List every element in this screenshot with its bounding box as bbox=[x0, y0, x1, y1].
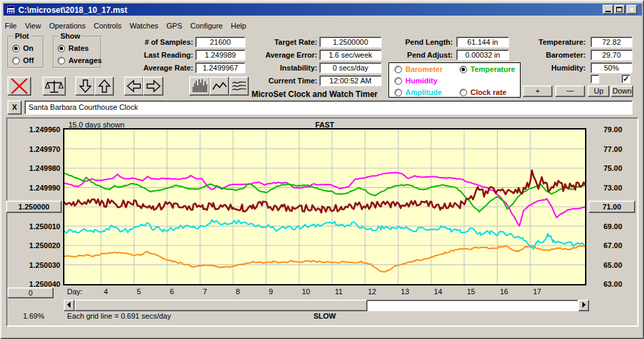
zero-button[interactable]: 0 bbox=[7, 287, 54, 298]
menu-item-configure[interactable]: Configure bbox=[190, 22, 223, 30]
pend-adjust-value: 0.00032 in bbox=[456, 49, 509, 60]
rate-axis-label: 1.250030 bbox=[3, 261, 60, 269]
day-tick-label: 6 bbox=[169, 287, 174, 296]
title-bar: C:\microset\2018_10_17.mst × bbox=[3, 3, 642, 16]
last-reading-value: 1.249989 bbox=[195, 49, 245, 60]
sensor-radio-humidity-label: Humidity bbox=[405, 77, 437, 85]
radio-plot-on-label: On bbox=[23, 44, 33, 52]
clear-description-button[interactable]: X bbox=[7, 100, 22, 115]
target-rate-label: Target Rate: bbox=[245, 38, 317, 46]
radio-show-rates[interactable] bbox=[58, 45, 65, 52]
show-group-label: Show bbox=[58, 32, 82, 40]
pend-length-value: 61.144 in bbox=[456, 37, 509, 47]
day-tick-label: 17 bbox=[533, 287, 541, 296]
radio-plot-off-label: Off bbox=[23, 56, 34, 64]
radio-plot-off[interactable] bbox=[12, 57, 20, 64]
temp-axis-label: 77.00 bbox=[590, 145, 635, 153]
humidity-label: Humidity: bbox=[516, 64, 586, 72]
scroll-right-button[interactable] bbox=[578, 300, 589, 311]
option-checkbox-2[interactable]: ✓ bbox=[622, 75, 630, 83]
radio-plot-on[interactable] bbox=[12, 45, 20, 52]
red-x-icon bbox=[9, 78, 30, 94]
day-tick-label: 10 bbox=[302, 287, 310, 296]
sensor-radio-barometer[interactable] bbox=[395, 66, 402, 73]
pend-adjust-label: Pend Adjust: bbox=[380, 51, 453, 59]
plot-group-label: Plot bbox=[13, 32, 31, 40]
histogram-icon bbox=[191, 78, 209, 94]
plus-button[interactable]: + bbox=[523, 85, 552, 97]
sensor-radio-clock-rate[interactable] bbox=[460, 89, 467, 96]
day-axis-title: Day: bbox=[67, 287, 83, 296]
app-window: C:\microset\2018_10_17.mst × FileViewOpe… bbox=[0, 0, 644, 339]
sensor-radio-barometer-label: Barometer bbox=[405, 65, 443, 73]
sensor-radio-amplitude-label: Amplitude bbox=[405, 88, 442, 96]
sensor-radio-clock-rate-label: Clock rate bbox=[470, 88, 506, 96]
app-name-label: MicroSet Clock and Watch Timer bbox=[251, 89, 378, 99]
menu-item-file[interactable]: File bbox=[5, 22, 17, 30]
radio-show-averages[interactable] bbox=[58, 57, 65, 64]
down-button[interactable]: Down bbox=[611, 85, 633, 97]
menu-item-operations[interactable]: Operations bbox=[49, 22, 85, 30]
minimize-button[interactable] bbox=[603, 5, 613, 14]
current-time-label: Current Time: bbox=[245, 77, 317, 85]
arrow-up-button[interactable] bbox=[94, 77, 114, 96]
rate-axis-highlight-button[interactable]: 1.250000 bbox=[6, 201, 62, 213]
arrow-down-button[interactable] bbox=[75, 77, 95, 96]
menu-item-controls[interactable]: Controls bbox=[94, 22, 121, 30]
day-tick-label: 11 bbox=[335, 287, 342, 296]
rates-view-button[interactable] bbox=[209, 77, 229, 96]
average-error-value: 1.6 sec/week bbox=[319, 49, 382, 60]
app-icon bbox=[6, 5, 16, 14]
arrow-left-button[interactable] bbox=[124, 77, 144, 96]
close-button[interactable]: × bbox=[626, 5, 637, 14]
sensor-radio-temperature-label: Temperature bbox=[470, 65, 515, 73]
series-barometer bbox=[64, 245, 585, 272]
temperature-value: 72.82 bbox=[590, 37, 632, 47]
up-arrow-icon bbox=[97, 78, 112, 94]
radio-show-rates-label: Rates bbox=[68, 44, 89, 52]
menu-item-help[interactable]: Help bbox=[231, 22, 247, 30]
barometer-value: 29.70 bbox=[590, 49, 632, 60]
day-tick-label: 9 bbox=[269, 287, 273, 296]
wavy-lines-icon bbox=[231, 78, 247, 94]
clear-plot-button[interactable] bbox=[7, 77, 31, 96]
temp-axis-label: 67.00 bbox=[590, 241, 635, 250]
minus-button[interactable]: — bbox=[555, 85, 585, 97]
arrow-right-button[interactable] bbox=[143, 77, 163, 96]
series-amplitude bbox=[64, 220, 585, 249]
maximize-button[interactable] bbox=[614, 5, 625, 14]
scroll-left-arrow-icon bbox=[65, 300, 73, 309]
humidity-value: 50% bbox=[590, 62, 632, 73]
sensor-radio-temperature[interactable] bbox=[460, 66, 467, 73]
scroll-left-button[interactable] bbox=[64, 300, 75, 311]
option-checkbox-1[interactable] bbox=[590, 75, 599, 83]
temp-axis-highlight-button[interactable]: 71.00 bbox=[588, 201, 635, 213]
menu-item-gps[interactable]: GPS bbox=[167, 22, 182, 30]
series-humidity bbox=[64, 173, 585, 226]
sensor-radio-humidity[interactable] bbox=[395, 77, 402, 85]
menu-item-view[interactable]: View bbox=[25, 22, 41, 30]
histogram-view-button[interactable] bbox=[189, 77, 210, 96]
menu-bar: FileViewOperationsControlsWatchesGPSConf… bbox=[5, 19, 635, 30]
rate-axis-label: 1.249980 bbox=[3, 164, 60, 172]
left-arrow-icon bbox=[126, 78, 142, 94]
day-tick-label: 5 bbox=[137, 287, 141, 296]
up-button[interactable]: Up bbox=[588, 85, 609, 97]
balance-button[interactable] bbox=[43, 77, 66, 96]
of-samples-value: 21600 bbox=[195, 37, 245, 47]
rate-axis-label: 1.249960 bbox=[3, 125, 60, 134]
day-tick-label: 8 bbox=[236, 287, 240, 296]
rate-axis-label: 1.249970 bbox=[3, 145, 60, 153]
description-input[interactable]: Santa Barbara Courthouse Clock bbox=[24, 100, 632, 115]
sensor-radio-amplitude[interactable] bbox=[395, 89, 402, 96]
day-tick-label: 14 bbox=[434, 287, 442, 296]
temp-axis-label: 65.00 bbox=[590, 261, 635, 269]
averages-view-button[interactable] bbox=[229, 77, 249, 96]
scroll-thumb[interactable] bbox=[75, 300, 367, 311]
rate-axis-label: 1.250010 bbox=[3, 222, 60, 231]
day-tick-label: 13 bbox=[401, 287, 409, 296]
slow-label: SLOW bbox=[64, 312, 585, 320]
menu-item-watches[interactable]: Watches bbox=[129, 22, 158, 30]
barometer-label: Barometer: bbox=[516, 51, 586, 59]
rate-axis-label: 1.250020 bbox=[3, 241, 60, 250]
